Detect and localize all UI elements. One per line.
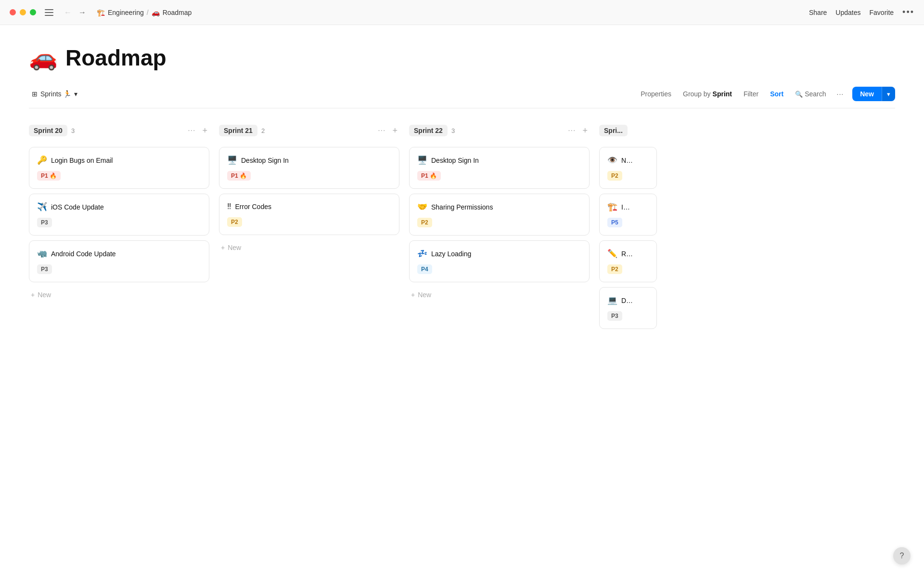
sprint-21-label: Sprint 21 (219, 125, 257, 136)
new-button-group: New ▾ (852, 87, 895, 101)
card-emoji: 💤 (417, 249, 427, 259)
priority-badge: P1 🔥 (227, 171, 251, 181)
breadcrumb-workspace-emoji: 🏗️ (97, 9, 105, 16)
updates-button[interactable]: Updates (835, 9, 860, 16)
sprints-table-icon: ⊞ (32, 90, 38, 98)
card-sharing-permissions[interactable]: 🤝 Sharing Permissions P2 (409, 194, 590, 236)
group-by-button[interactable]: Group by Sprint (678, 87, 737, 101)
sprint-21-more-button[interactable]: ··· (376, 126, 387, 135)
card-error-codes[interactable]: ‼️ Error Codes P2 (219, 194, 399, 235)
card-partial-3[interactable]: ✏️ R… P2 (599, 240, 657, 282)
sprint-20-more-button[interactable]: ··· (186, 126, 197, 135)
priority-badge: P5 (607, 218, 622, 227)
sprints-label: Sprints 🏃 (40, 90, 71, 98)
main-content: 🚗 Roadmap ⊞ Sprints 🏃 ▾ Properties Group… (0, 25, 924, 334)
sprints-view-button[interactable]: ⊞ Sprints 🏃 ▾ (29, 88, 80, 100)
sprint-21-count: 2 (261, 127, 265, 134)
card-emoji: 💻 (607, 295, 617, 305)
help-button[interactable]: ? (893, 547, 911, 565)
card-emoji: ‼️ (227, 202, 231, 211)
share-button[interactable]: Share (809, 9, 827, 16)
priority-badge: P4 (417, 264, 432, 274)
plus-icon: + (221, 244, 225, 251)
card-partial-4[interactable]: 💻 D… P3 (599, 287, 657, 329)
search-button[interactable]: 🔍 Search (790, 87, 831, 101)
card-title: Desktop Sign In (431, 157, 479, 164)
forward-arrow-icon[interactable]: → (77, 7, 88, 18)
card-emoji: 🏗️ (607, 202, 617, 212)
priority-badge: P3 (37, 218, 52, 227)
back-arrow-icon[interactable]: ← (62, 7, 74, 18)
card-lazy-loading[interactable]: 💤 Lazy Loading P4 (409, 240, 590, 282)
card-login-bugs[interactable]: 🔑 Login Bugs on Email P1 🔥 (29, 147, 209, 189)
sprint-22-new-item[interactable]: + New (409, 287, 590, 302)
page-title: Roadmap (65, 45, 167, 71)
card-emoji: 👁️ (607, 155, 617, 165)
sprint-21-new-item[interactable]: + New (219, 240, 399, 255)
sprint-20-new-item[interactable]: + New (29, 287, 209, 302)
card-title: I… (621, 203, 630, 211)
card-title: D… (621, 297, 633, 304)
priority-badge: P2 (417, 218, 432, 227)
search-label: Search (805, 90, 826, 98)
card-desktop-signin-22[interactable]: 🖥️ Desktop Sign In P1 🔥 (409, 147, 590, 189)
properties-button[interactable]: Properties (636, 87, 676, 101)
priority-badge: P1 🔥 (37, 171, 61, 181)
card-title: N… (621, 157, 633, 164)
sprint-22-more-button[interactable]: ··· (566, 126, 578, 135)
card-title: Lazy Loading (431, 250, 471, 258)
toolbar-right: Properties Group by Sprint Filter Sort 🔍… (636, 87, 895, 101)
search-icon: 🔍 (795, 91, 803, 98)
kanban-board: Sprint 20 3 ··· + 🔑 Login Bugs on Email … (29, 122, 895, 334)
card-title: Login Bugs on Email (51, 157, 113, 164)
filter-button[interactable]: Filter (739, 87, 763, 101)
card-emoji: 🤝 (417, 202, 427, 212)
breadcrumb-separator: / (147, 9, 149, 16)
card-android-code[interactable]: 🦏 Android Code Update P3 (29, 240, 209, 282)
page-emoji: 🚗 (29, 44, 58, 71)
toolbar-left: ⊞ Sprints 🏃 ▾ (29, 88, 80, 100)
group-by-prefix: Group by (683, 90, 711, 98)
breadcrumb-page-label[interactable]: Roadmap (163, 9, 192, 16)
card-desktop-signin-21[interactable]: 🖥️ Desktop Sign In P1 🔥 (219, 147, 399, 189)
card-emoji: 🖥️ (227, 155, 237, 165)
sprint-column-20: Sprint 20 3 ··· + 🔑 Login Bugs on Email … (29, 122, 219, 334)
new-item-label: New (418, 291, 431, 299)
card-partial-1[interactable]: 👁️ N… P2 (599, 147, 657, 189)
sidebar-toggle-icon[interactable] (45, 9, 53, 16)
card-emoji: ✈️ (37, 202, 47, 212)
card-ios-code[interactable]: ✈️ iOS Code Update P3 (29, 194, 209, 236)
close-traffic-light[interactable] (10, 9, 16, 15)
sprint-column-21: Sprint 21 2 ··· + 🖥️ Desktop Sign In P1 … (219, 122, 409, 334)
sprint-column-23-partial: Spri... 👁️ N… P2 🏗️ I… P5 ✏️ (599, 122, 657, 334)
sprint-22-count: 3 (451, 127, 455, 134)
help-icon: ? (900, 552, 904, 560)
new-button[interactable]: New (852, 87, 882, 101)
sprint-21-header: Sprint 21 2 ··· + (219, 122, 399, 139)
card-partial-2[interactable]: 🏗️ I… P5 (599, 194, 657, 236)
sprint-22-add-button[interactable]: + (580, 125, 590, 136)
favorite-button[interactable]: Favorite (870, 9, 894, 16)
sprint-22-header: Sprint 22 3 ··· + (409, 122, 590, 139)
maximize-traffic-light[interactable] (30, 9, 36, 15)
sprint-21-add-button[interactable]: + (390, 125, 399, 136)
sort-button[interactable]: Sort (765, 87, 788, 101)
toolbar-more-button[interactable]: ··· (833, 87, 848, 101)
sprint-23-label: Spri... (599, 125, 628, 136)
new-item-label: New (228, 244, 241, 251)
card-emoji: 🦏 (37, 249, 47, 259)
page-title-row: 🚗 Roadmap (29, 44, 895, 71)
priority-badge: P3 (37, 264, 52, 274)
new-button-chevron[interactable]: ▾ (882, 87, 895, 101)
more-options-icon[interactable]: ••• (902, 7, 914, 17)
sprint-20-header: Sprint 20 3 ··· + (29, 122, 209, 139)
group-by-value: Sprint (713, 90, 732, 98)
sprint-20-add-button[interactable]: + (200, 125, 209, 136)
sprint-22-actions: ··· + (566, 125, 590, 136)
minimize-traffic-light[interactable] (20, 9, 26, 15)
card-emoji: ✏️ (607, 249, 617, 259)
breadcrumb-workspace-label[interactable]: Engineering (108, 9, 144, 16)
titlebar-actions: Share Updates Favorite ••• (809, 7, 914, 17)
card-title: Android Code Update (51, 250, 116, 258)
card-title: Sharing Permissions (431, 203, 493, 211)
